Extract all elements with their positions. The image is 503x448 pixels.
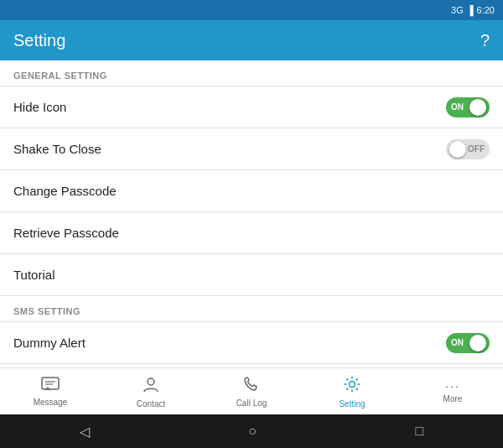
toggle-knob-off [449,141,466,158]
app-bar: Setting ? [0,20,503,60]
settings-content: GENERAL SETTING Hide Icon ON Shake To Cl… [0,60,503,367]
battery-icon: ▐ [467,5,474,15]
home-button[interactable]: ○ [248,424,257,439]
nav-item-calllog[interactable]: Call Log [201,368,302,414]
setting-row-tutorial[interactable]: Tutorial [0,254,503,296]
svg-point-4 [350,381,355,387]
system-nav-bar: ◁ ○ □ [0,414,503,448]
toggle-on-label-dummy: ON [451,338,464,347]
section-header-sms: SMS SETTING [0,296,503,321]
app-title: Setting [13,31,65,50]
nav-label-setting: Setting [339,399,365,409]
toggle-hide-icon[interactable]: ON [446,97,490,117]
setting-row-dummy-alert[interactable]: Dummy Alert ON [0,322,503,364]
setting-label-hide-icon: Hide Icon [13,100,66,114]
signal-indicator: 3G [451,5,464,15]
setting-row-shake-to-close[interactable]: Shake To Close OFF [0,128,503,170]
setting-label-shake-to-close: Shake To Close [13,142,101,156]
clock: 6:20 [477,5,495,15]
status-bar: 3G ▐ 6:20 [0,0,503,20]
svg-rect-0 [42,378,59,389]
setting-label-dummy-alert: Dummy Alert [13,336,86,350]
help-button[interactable]: ? [480,31,490,50]
setting-label-change-passcode: Change Passcode [13,184,117,198]
nav-label-contact: Contact [137,399,165,409]
toggle-shake-to-close[interactable]: OFF [446,139,490,159]
svg-point-3 [148,378,154,385]
nav-label-calllog: Call Log [236,399,267,408]
contact-icon [142,375,160,398]
toggle-knob [469,99,486,116]
setting-label-tutorial: Tutorial [13,268,54,282]
setting-row-retrieve-passcode[interactable]: Retrieve Passcode [0,212,503,254]
more-icon: ··· [445,379,460,393]
nav-item-message[interactable]: Message [0,368,101,414]
toggle-knob-dummy [469,335,486,352]
nav-label-message: Message [34,398,68,407]
nav-item-more[interactable]: ··· More [402,368,503,414]
status-icons: 3G ▐ 6:20 [451,5,495,15]
nav-item-contact[interactable]: Contact [101,368,201,414]
calllog-icon [243,376,260,397]
bottom-nav: Message Contact Call Log Setting ··· [0,367,503,414]
recent-button[interactable]: □ [416,424,424,439]
setting-icon [343,375,361,398]
nav-label-more: More [443,394,463,404]
setting-row-change-passcode[interactable]: Change Passcode [0,170,503,212]
section-header-general: GENERAL SETTING [0,60,503,86]
message-icon [41,377,60,396]
toggle-off-label: OFF [468,144,485,154]
back-button[interactable]: ◁ [80,424,90,440]
setting-label-retrieve-passcode: Retrieve Passcode [13,226,119,240]
setting-row-hide-icon[interactable]: Hide Icon ON [0,86,503,128]
nav-item-setting[interactable]: Setting [302,368,402,414]
toggle-on-label: ON [451,102,464,112]
toggle-dummy-alert[interactable]: ON [446,333,490,353]
